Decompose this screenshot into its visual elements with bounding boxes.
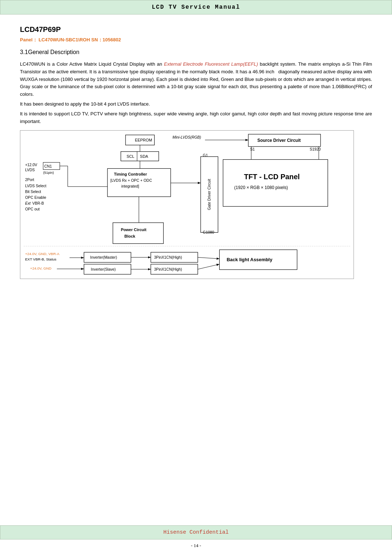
svg-text:VBR-B: VBR-B [32, 201, 44, 205]
svg-line-65 [198, 258, 220, 259]
svg-text:Inverter(Master): Inverter(Master) [90, 256, 117, 260]
svg-text:LVDS Select: LVDS Select [25, 184, 46, 188]
svg-text:(1920 × RGB × 1080 pixels): (1920 × RGB × 1080 pixels) [234, 185, 288, 190]
svg-text:EEPROM: EEPROM [135, 138, 152, 142]
svg-text:SCL: SCL [127, 154, 134, 159]
svg-text:integrated]: integrated] [121, 185, 139, 189]
svg-text:Source Driver Circuit: Source Driver Circuit [257, 138, 301, 143]
svg-text:Block: Block [124, 234, 136, 238]
svg-text:(51pin): (51pin) [43, 171, 54, 175]
main-content: LCD47P69P Panel： LC470WUN-SBC1\ROH SN：10… [0, 15, 392, 286]
svg-text:EXT VBR-B, Status: EXT VBR-B, Status [25, 258, 56, 262]
svg-rect-28 [113, 223, 163, 244]
description-paragraph-1: LC470WUN is a Color Active Matrix Liquid… [20, 61, 372, 98]
description-paragraph-3: It is intended to support LCD TV, PCTV w… [20, 110, 372, 126]
svg-text:G1080: G1080 [203, 230, 215, 234]
svg-text:2Port: 2Port [25, 178, 34, 182]
highlight-eefl: External Electrode Fluorescent Lamp(EEFL… [164, 61, 258, 67]
svg-text:3PinX1CN(High): 3PinX1CN(High) [154, 256, 182, 260]
svg-text:SDA: SDA [140, 154, 148, 159]
svg-text:S1: S1 [250, 147, 255, 151]
header-title: LCD TV Service Manual [152, 4, 240, 11]
svg-text:Back light Assembly: Back light Assembly [226, 257, 273, 263]
svg-text:OPC Enable: OPC Enable [25, 196, 46, 200]
block-diagram: +12.0V CN1 (51pin) LVDS 2Port LVDS Selec… [20, 130, 354, 279]
page-number: - 14 - [0, 543, 392, 549]
svg-text:Gate Driver Circuit: Gate Driver Circuit [207, 179, 211, 210]
svg-text:Timing Controller: Timing Controller [114, 172, 147, 177]
svg-text:3PinX1CN(High): 3PinX1CN(High) [154, 267, 182, 271]
description-paragraph-2: It has been designed to apply the 10-bit… [20, 100, 372, 108]
section-title: 3.1General Description [20, 49, 372, 56]
svg-text:OPC out: OPC out [25, 207, 40, 211]
model-title: LCD47P69P [20, 25, 372, 34]
footer-bar: Hisense Confidential [0, 525, 392, 539]
svg-text:Bit Select: Bit Select [25, 190, 41, 194]
svg-text:G1: G1 [203, 153, 208, 157]
svg-text:Mini-LVDS(RGB): Mini-LVDS(RGB) [172, 135, 201, 139]
svg-rect-45 [223, 160, 328, 206]
svg-text:[LVDS Rx + OPC + ODC: [LVDS Rx + OPC + ODC [110, 179, 152, 183]
page-header: LCD TV Service Manual [0, 0, 392, 15]
panel-info: Panel： LC470WUN-SBC1\ROH SN：1056802 [20, 37, 372, 43]
svg-text:LVDS: LVDS [25, 168, 35, 172]
footer-text: Hisense Confidential [163, 529, 229, 535]
svg-text:Power Circuit: Power Circuit [121, 227, 147, 232]
svg-text:+24.0V, GND: +24.0V, GND [30, 266, 51, 270]
svg-text:CN1: CN1 [44, 164, 52, 168]
svg-text:Ext: Ext [25, 201, 31, 205]
svg-text:Inverter(Slave): Inverter(Slave) [91, 267, 115, 271]
label-12v: +12.0V [25, 163, 37, 167]
svg-text:TFT - LCD Panel: TFT - LCD Panel [244, 173, 300, 181]
svg-text:S1920: S1920 [310, 147, 320, 151]
svg-text:+24.0V, GND, VBR-A: +24.0V, GND, VBR-A [25, 252, 60, 256]
svg-line-66 [198, 264, 220, 270]
